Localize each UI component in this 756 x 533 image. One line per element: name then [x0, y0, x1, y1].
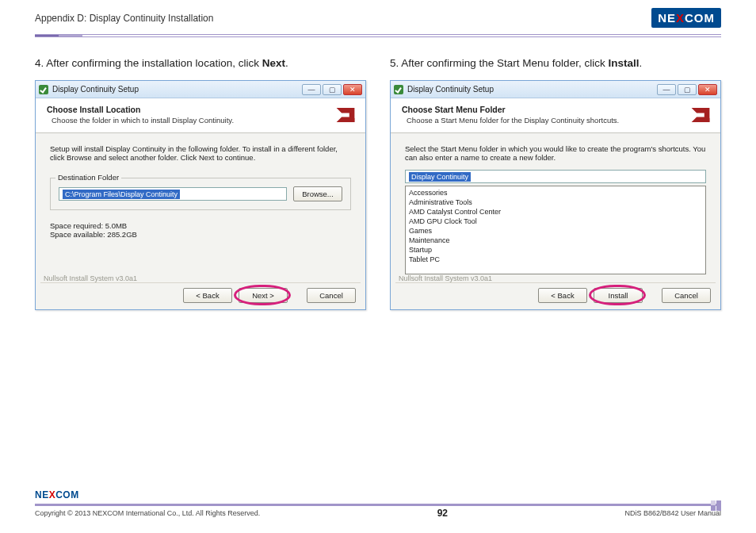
footer-logo: NEXCOM	[35, 489, 79, 500]
page-number: 92	[437, 508, 448, 519]
titlebar: Display Continuity Setup — ▢ ✕	[36, 81, 365, 98]
list-item[interactable]: Accessories	[409, 188, 702, 197]
window-title: Display Continuity Setup	[52, 85, 139, 94]
group-label: Destination Folder	[55, 173, 121, 182]
copyright-text: Copyright © 2013 NEXCOM International Co…	[35, 509, 260, 517]
panel-heading: Choose Start Menu Folder	[402, 105, 709, 114]
startmenu-folder-input[interactable]: Display Continuity	[405, 170, 706, 183]
startmenu-folder-list[interactable]: AccessoriesAdministrative ToolsAMD Catal…	[405, 186, 706, 274]
destination-path-input[interactable]: C:\Program Files\Display Continuity	[59, 187, 287, 201]
step-4-text: 4. After confirming the installation loc…	[35, 57, 366, 69]
body-instructions: Setup will install Display Continuity in…	[50, 144, 351, 162]
next-button[interactable]: Next >	[239, 288, 288, 303]
footer-rule	[35, 504, 721, 506]
minimize-button[interactable]: —	[657, 84, 676, 95]
app-icon	[394, 85, 403, 94]
brand-logo: NEXCOM	[651, 8, 721, 28]
step-5-text: 5. After confirming the Start Menu folde…	[390, 57, 721, 69]
doc-reference: NDiS B862/B842 User Manual	[624, 509, 721, 517]
list-item[interactable]: Startup	[409, 245, 702, 255]
close-button[interactable]: ✕	[698, 84, 717, 95]
nsis-version: Nullsoft Install System v3.0a1	[44, 274, 137, 282]
installer-window-startmenu: Display Continuity Setup — ▢ ✕ Choose St…	[390, 80, 721, 310]
body-instructions: Select the Start Menu folder in which yo…	[405, 144, 706, 162]
destination-folder-group: Destination Folder C:\Program Files\Disp…	[50, 178, 351, 210]
list-item[interactable]: Games	[409, 226, 702, 236]
space-available: Space available: 285.2GB	[50, 230, 351, 239]
panel-subheading: Choose the folder in which to install Di…	[52, 116, 354, 125]
back-button[interactable]: < Back	[538, 288, 587, 303]
maximize-button[interactable]: ▢	[678, 84, 697, 95]
installer-window-location: Display Continuity Setup — ▢ ✕ Choose In…	[35, 80, 366, 310]
divider	[40, 282, 361, 283]
browse-button[interactable]: Browse...	[293, 186, 342, 201]
list-item[interactable]: AMD Catalyst Control Center	[409, 207, 702, 217]
window-title: Display Continuity Setup	[407, 85, 494, 94]
header-rule	[35, 34, 721, 37]
close-button[interactable]: ✕	[343, 84, 362, 95]
list-item[interactable]: Administrative Tools	[409, 197, 702, 207]
space-required: Space required: 5.0MB	[50, 221, 351, 230]
nsis-version: Nullsoft Install System v3.0a1	[399, 274, 492, 282]
cancel-button[interactable]: Cancel	[307, 288, 356, 303]
cancel-button[interactable]: Cancel	[662, 288, 711, 303]
list-item[interactable]: AMD GPU Clock Tool	[409, 217, 702, 226]
back-button[interactable]: < Back	[183, 288, 232, 303]
footer-ornament-icon	[711, 500, 721, 511]
install-button[interactable]: Install	[594, 288, 643, 303]
amd-logo-icon	[690, 106, 711, 125]
maximize-button[interactable]: ▢	[323, 84, 342, 95]
app-icon	[39, 85, 48, 94]
list-item[interactable]: Maintenance	[409, 236, 702, 245]
minimize-button[interactable]: —	[302, 84, 321, 95]
panel-heading: Choose Install Location	[47, 105, 354, 114]
titlebar: Display Continuity Setup — ▢ ✕	[391, 81, 720, 98]
section-title: Appendix D: Display Continuity Installat…	[35, 13, 213, 24]
panel-subheading: Choose a Start Menu folder for the Displ…	[407, 116, 709, 125]
list-item[interactable]: Tablet PC	[409, 255, 702, 264]
amd-logo-icon	[335, 106, 356, 125]
divider	[395, 282, 716, 283]
